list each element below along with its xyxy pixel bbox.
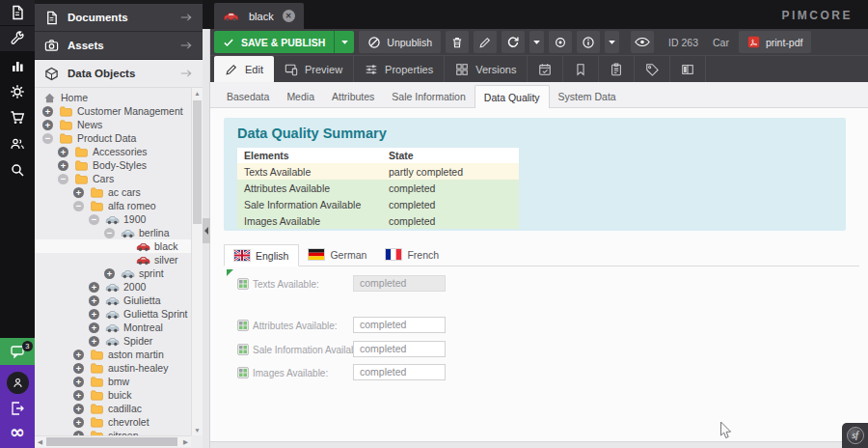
tree-item-news[interactable]: +News (35, 118, 191, 131)
subtab-sale-information[interactable]: Sale Information (383, 85, 474, 107)
tree-item-bmw[interactable]: +bmw (35, 375, 191, 388)
tree-item-home[interactable]: Home (35, 91, 191, 104)
plus-expander-icon[interactable]: + (73, 187, 84, 198)
tree-item-black[interactable]: black (35, 239, 191, 253)
language-tab-german[interactable]: German (299, 243, 376, 266)
tree-item-sprint[interactable]: +sprint (35, 266, 191, 280)
tree-item-spider[interactable]: +Spider (35, 334, 191, 348)
settings-rail-button[interactable] (0, 78, 35, 104)
tree-item-2000[interactable]: +2000 (35, 280, 191, 294)
show-metainfo-button[interactable] (631, 31, 654, 53)
close-tab-icon[interactable]: ✕ (283, 10, 295, 22)
plus-expander-icon[interactable]: + (73, 363, 84, 374)
minus-expander-icon[interactable]: − (89, 214, 99, 225)
save-options-dropdown[interactable] (334, 31, 354, 53)
plus-expander-icon[interactable]: + (42, 120, 53, 130)
tree-item-gulietta-sprint-specia[interactable]: +Gulietta Sprint Specia (35, 307, 191, 321)
accordion-documents[interactable]: Documents (35, 4, 203, 32)
scroll-left-arrow[interactable]: ◀ (35, 436, 45, 447)
plus-expander-icon[interactable]: + (89, 309, 99, 320)
plus-expander-icon[interactable]: + (73, 417, 84, 428)
minus-expander-icon[interactable]: − (42, 133, 53, 144)
rename-button[interactable] (474, 31, 497, 53)
minus-expander-icon[interactable]: − (104, 228, 115, 238)
tab-side-by-side[interactable] (670, 56, 706, 82)
tab-bookmark[interactable] (563, 56, 599, 82)
tree-item-ac-cars[interactable]: +ac cars (35, 185, 191, 199)
tree-item-body-styles[interactable]: +Body-Styles (35, 158, 191, 172)
tree-item-montreal[interactable]: +Montreal (35, 321, 191, 334)
scroll-up-arrow[interactable]: ▲ (192, 88, 203, 98)
panel-splitter[interactable] (203, 29, 210, 448)
editor-tab-black[interactable]: black ✕ (214, 3, 304, 29)
tree-item-citroen[interactable]: +citroen (35, 429, 191, 435)
plus-expander-icon[interactable]: + (89, 322, 99, 333)
field-input[interactable]: completed (353, 341, 446, 357)
documents-rail-button[interactable] (0, 0, 35, 26)
tools-rail-button[interactable] (0, 26, 35, 52)
tab-schedule[interactable] (528, 56, 563, 82)
tree-item-silver[interactable]: silver (35, 253, 191, 266)
logout-icon[interactable] (10, 401, 25, 416)
plus-expander-icon[interactable]: + (89, 282, 99, 293)
plus-expander-icon[interactable]: + (89, 336, 99, 347)
scroll-right-arrow[interactable]: ▶ (180, 436, 191, 447)
language-tab-english[interactable]: English (224, 244, 299, 266)
minus-expander-icon[interactable]: − (58, 174, 68, 184)
reports-rail-button[interactable] (0, 52, 35, 78)
tab-properties[interactable]: Properties (354, 56, 445, 82)
subtab-data-quality[interactable]: Data Quality (475, 85, 550, 108)
tree-item-cars[interactable]: −Cars (35, 172, 191, 185)
plus-expander-icon[interactable]: + (73, 377, 84, 387)
profiler-toolbar-button[interactable]: sf (842, 423, 868, 448)
collapse-handle[interactable] (203, 218, 210, 243)
tab-edit[interactable]: Edit (214, 56, 274, 82)
info-button[interactable] (577, 31, 600, 53)
tree-item-austin-healey[interactable]: +austin-healey (35, 361, 191, 375)
reload-dropdown[interactable] (529, 31, 544, 53)
scroll-down-arrow[interactable]: ▼ (192, 425, 203, 435)
tree-item-buick[interactable]: +buick (35, 388, 191, 402)
tree-item-cadillac[interactable]: +cadillac (35, 402, 191, 415)
tab-tags[interactable] (635, 56, 670, 82)
subtab-basedata[interactable]: Basedata (218, 85, 278, 107)
field-input[interactable]: completed (353, 275, 446, 292)
print-pdf-button[interactable]: print-pdf (739, 31, 812, 53)
chat-button[interactable]: 3 (0, 338, 35, 365)
plus-expander-icon[interactable]: + (89, 295, 99, 306)
plus-expander-icon[interactable]: + (73, 350, 84, 360)
locate-in-tree-button[interactable] (549, 31, 572, 53)
tree-item-1900[interactable]: −1900 (35, 212, 191, 226)
language-tab-french[interactable]: French (376, 243, 448, 266)
ecommerce-rail-button[interactable] (0, 104, 35, 130)
minus-expander-icon[interactable]: − (73, 201, 84, 211)
tab-preview[interactable]: Preview (274, 56, 354, 82)
customers-rail-button[interactable] (0, 130, 35, 156)
info-dropdown[interactable] (605, 31, 619, 53)
plus-expander-icon[interactable]: + (58, 147, 68, 157)
plus-expander-icon[interactable]: + (73, 390, 84, 401)
scroll-thumb[interactable] (193, 100, 202, 224)
tree-item-customer-management[interactable]: +Customer Management (35, 104, 191, 118)
subtab-system-data[interactable]: System Data (550, 85, 625, 107)
reload-button[interactable] (502, 31, 525, 53)
scroll-thumb[interactable] (46, 437, 177, 446)
subtab-media[interactable]: Media (278, 85, 323, 107)
tree-item-chevrolet[interactable]: +chevrolet (35, 415, 191, 429)
plus-expander-icon[interactable]: + (58, 160, 68, 171)
plus-expander-icon[interactable]: + (42, 106, 53, 117)
accordion-data-objects[interactable]: Data Objects (35, 60, 203, 88)
tree-item-accessories[interactable]: +Accessories (35, 145, 191, 158)
field-input[interactable]: completed (353, 364, 446, 380)
tree-item-alfa-romeo[interactable]: −alfa romeo (35, 199, 191, 212)
tree-item-aston-martin[interactable]: +aston martin (35, 348, 191, 361)
tree-item-berlina[interactable]: −berlina (35, 226, 191, 239)
field-input[interactable]: completed (353, 317, 446, 333)
tree-item-product-data[interactable]: −Product Data (35, 131, 191, 145)
tab-notes-events[interactable] (599, 56, 635, 82)
plus-expander-icon[interactable]: + (73, 404, 84, 414)
save-publish-button[interactable]: SAVE & PUBLISH (214, 31, 354, 53)
subtab-attributes[interactable]: Attributes (323, 85, 383, 107)
delete-button[interactable] (446, 31, 469, 53)
tree-vertical-scrollbar[interactable]: ▲ ▼ (191, 88, 203, 435)
